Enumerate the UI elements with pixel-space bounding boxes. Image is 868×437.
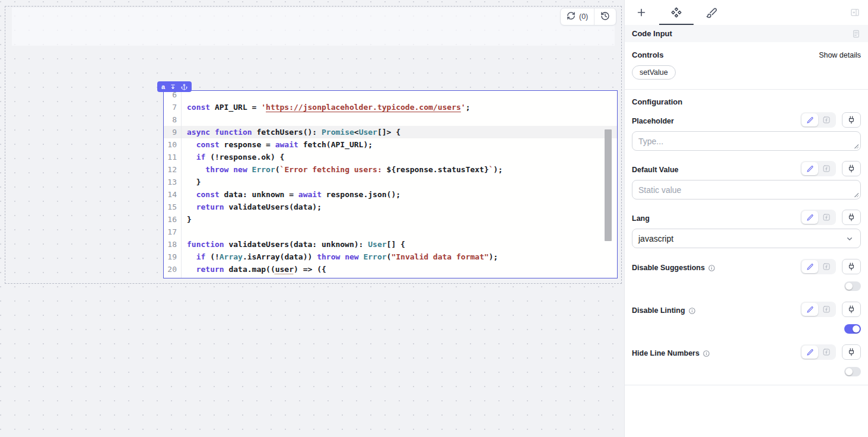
line-number: 10 (164, 138, 182, 151)
code-line[interactable]: 7const API_URL = 'https://jsonplaceholde… (164, 101, 617, 113)
controls-heading: Controls (632, 50, 663, 59)
expand-down-icon[interactable] (170, 84, 176, 90)
recompute-button[interactable]: (0) (561, 8, 594, 25)
tab-insert-component[interactable] (634, 5, 648, 20)
prop-label-hide-line-numbers: Hide Line Numbers (632, 349, 710, 360)
code-line[interactable]: 21 id: user.id, (164, 276, 617, 278)
code-line[interactable]: 18function validateUsers(data: unknown):… (164, 238, 617, 251)
line-number: 16 (164, 213, 182, 226)
line-number: 12 (164, 163, 182, 176)
line-number: 15 (164, 201, 182, 213)
selected-component-title: Code Input (632, 29, 672, 38)
connect-input-button[interactable] (842, 344, 861, 360)
code-line[interactable]: 17 (164, 226, 617, 238)
code-line[interactable]: 8 (164, 113, 617, 126)
input-mode-segmented (800, 161, 836, 176)
tab-styling[interactable] (704, 5, 718, 20)
line-number: 13 (164, 176, 182, 188)
line-number: 20 (164, 263, 182, 276)
static-mode-button[interactable] (802, 113, 818, 126)
active-tab-underline (659, 24, 694, 25)
prop-default-value: Default Value Static value (632, 161, 861, 200)
setvalue-method-button[interactable]: setValue (632, 65, 676, 80)
properties-panel: Code Input Controls Show details setValu… (624, 0, 868, 437)
code-editor-lines[interactable]: 67const API_URL = 'https://jsonplacehold… (164, 90, 617, 278)
show-details-link[interactable]: Show details (819, 51, 861, 59)
eval-mode-button[interactable] (818, 162, 835, 175)
code-line[interactable]: 11 if (!response.ok) { (164, 151, 617, 163)
configuration-heading: Configuration (632, 97, 682, 106)
disable-linting-toggle[interactable] (844, 324, 861, 334)
disable-suggestions-toggle[interactable] (844, 281, 861, 291)
eval-mode-button[interactable] (818, 303, 835, 316)
line-number: 14 (164, 188, 182, 201)
static-mode-button[interactable] (802, 260, 818, 273)
eval-mode-button[interactable] (818, 113, 835, 126)
placeholder-input[interactable]: Type... (632, 131, 861, 151)
tab-component-settings[interactable] (669, 5, 683, 20)
default-value-placeholder: Static value (638, 185, 681, 195)
section-divider (625, 385, 868, 385)
code-line[interactable]: 14 const data: unknown = await response.… (164, 188, 617, 201)
static-mode-button[interactable] (802, 346, 818, 359)
line-number: 9 (164, 126, 182, 138)
code-line[interactable]: 9async function fetchUsers(): Promise<Us… (164, 126, 617, 138)
connect-input-button[interactable] (842, 112, 861, 128)
eval-mode-button[interactable] (818, 346, 835, 359)
placeholder-input-placeholder: Type... (638, 137, 663, 146)
line-number: 18 (164, 238, 182, 251)
code-line[interactable]: 13 } (164, 176, 617, 188)
line-number: 11 (164, 151, 182, 163)
code-line[interactable]: 6 (164, 90, 617, 101)
resize-handle[interactable] (854, 192, 859, 197)
line-number: 19 (164, 251, 182, 263)
line-number: 21 (164, 276, 182, 278)
static-mode-button[interactable] (802, 303, 818, 316)
line-number: 17 (164, 226, 182, 238)
eval-mode-button[interactable] (818, 211, 835, 224)
canvas-action-bar: (0) (560, 8, 616, 26)
panel-tabs (625, 0, 868, 25)
prop-label-disable-linting: Disable Linting (632, 306, 696, 317)
history-button[interactable] (594, 8, 616, 25)
code-line[interactable]: 16} (164, 213, 617, 226)
static-mode-button[interactable] (802, 162, 818, 175)
component-header: Code Input (625, 25, 868, 42)
code-input-widget[interactable]: 67const API_URL = 'https://jsonplacehold… (163, 90, 618, 278)
code-line[interactable]: 15 return validateUsers(data); (164, 201, 617, 213)
connect-input-button[interactable] (842, 302, 861, 317)
prop-label-default-value: Default Value (632, 166, 679, 176)
input-mode-segmented (800, 344, 836, 360)
prop-placeholder: Placeholder Type... (632, 112, 861, 151)
info-icon[interactable] (708, 264, 716, 272)
info-icon[interactable] (702, 350, 710, 357)
chevron-down-icon (845, 234, 854, 243)
code-line[interactable]: 12 throw new Error(`Error fetching users… (164, 163, 617, 176)
section-divider (625, 89, 868, 90)
collapse-panel-button[interactable] (850, 8, 860, 17)
widget-id-badge[interactable]: a (157, 81, 192, 92)
refresh-icon (567, 11, 576, 22)
connect-input-button[interactable] (842, 161, 861, 176)
info-icon[interactable] (688, 307, 696, 315)
connect-input-button[interactable] (842, 259, 861, 274)
eval-mode-button[interactable] (818, 260, 835, 273)
editor-scrollbar[interactable] (605, 129, 612, 241)
static-mode-button[interactable] (802, 211, 818, 224)
refresh-count: (0) (579, 12, 588, 21)
input-mode-segmented (800, 112, 836, 128)
code-line[interactable]: 20 return data.map((user) => ({ (164, 263, 617, 276)
hide-line-numbers-toggle[interactable] (844, 367, 861, 376)
default-value-input[interactable]: Static value (632, 180, 861, 200)
prop-disable-suggestions: Disable Suggestions (632, 259, 861, 291)
anchor-icon[interactable] (181, 84, 187, 90)
resize-handle[interactable] (854, 144, 859, 148)
app-canvas[interactable]: (0) a 67const API_URL = 'https://jsonpla… (0, 0, 624, 437)
lang-select[interactable]: javascript (632, 229, 861, 248)
connect-input-button[interactable] (842, 210, 861, 225)
input-mode-segmented (800, 210, 836, 225)
code-line[interactable]: 10 const response = await fetch(API_URL)… (164, 138, 617, 151)
code-line[interactable]: 19 if (!Array.isArray(data)) throw new E… (164, 251, 617, 263)
empty-component-slot[interactable] (12, 8, 615, 46)
docs-icon[interactable] (851, 29, 861, 39)
